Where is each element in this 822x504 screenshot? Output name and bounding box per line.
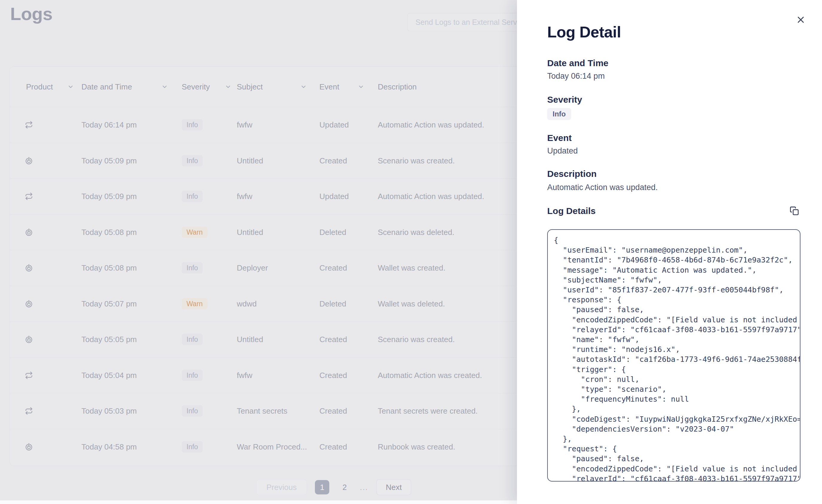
event-label: Event [547,132,800,143]
copy-icon [790,206,799,215]
severity-label: Severity [547,94,800,105]
date-time-value: Today 06:14 pm [547,71,800,81]
modal-overlay[interactable] [0,0,517,504]
description-value: Automatic Action was updated. [547,182,800,192]
log-details-label: Log Details [547,205,800,216]
copy-button[interactable] [790,205,800,216]
date-time-label: Date and Time [547,58,800,68]
event-value: Updated [547,146,800,156]
log-detail-panel: Log Detail Date and Time Today 06:14 pm … [517,0,822,504]
severity-badge: Info [547,108,571,120]
description-label: Description [547,168,800,179]
panel-title: Log Detail [547,23,800,41]
log-details-json: { "userEmail": "username@openzeppelin.co… [547,229,800,482]
